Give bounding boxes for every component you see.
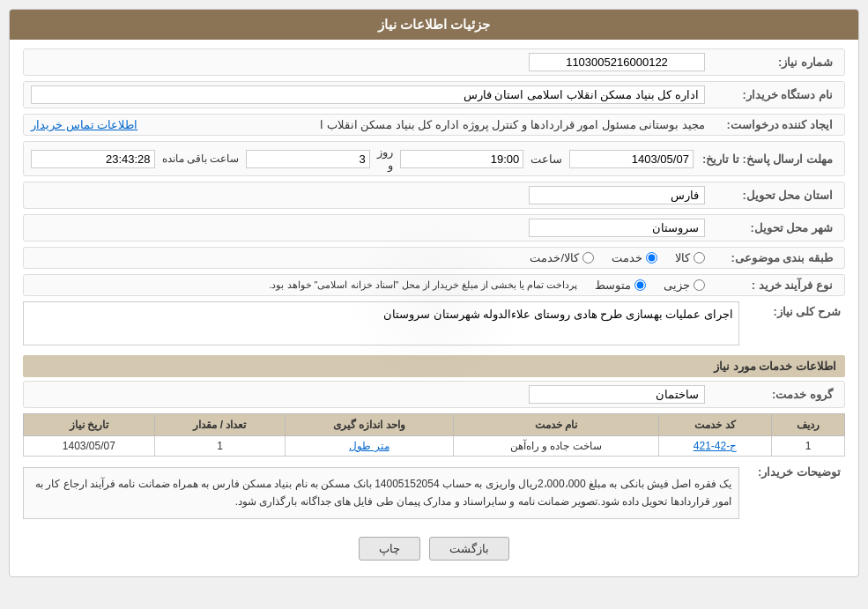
tawzihat-value: یک فقره اصل فیش بانکی به مبلغ 2،000،000ر… <box>23 462 739 524</box>
farayand-note: پرداخت تمام یا بخشی از مبلغ خریدار از مح… <box>269 279 577 291</box>
ijad-konande-label: ایجاد کننده درخواست: <box>714 118 837 131</box>
radio-jozee[interactable] <box>694 279 705 291</box>
ijad-konande-value: مجید بوستانی مسئول امور قراردادها و کنتر… <box>31 118 714 131</box>
nam-dastgah-value <box>31 85 714 104</box>
services-table: ردیف کد خدمت نام خدمت واحد اندازه گیری ت… <box>23 413 845 457</box>
cell-tedad: 1 <box>154 436 286 457</box>
radio-jozee-item: جزیی <box>664 279 705 292</box>
col-code: کد خدمت <box>659 414 772 436</box>
ijad-konande-text: مجید بوستانی مسئول امور قراردادها و کنتر… <box>145 118 705 131</box>
radio-kala-khedmat-item: کالا/خدمت <box>530 251 594 264</box>
print-button[interactable]: چاپ <box>359 537 420 561</box>
ostan-value <box>31 186 714 204</box>
sharh-label: شرح کلی نیاز: <box>739 301 845 318</box>
group-khedmat-label: گروه خدمت: <box>714 388 837 401</box>
tabaqeh-label: طبقه بندی موضوعی: <box>714 251 837 264</box>
tarikh-input[interactable] <box>569 150 694 168</box>
saat-label: ساعت <box>530 152 562 166</box>
shomara-niaz-value <box>31 53 714 71</box>
radio-motawaset[interactable] <box>634 279 646 291</box>
rooz-input[interactable] <box>246 150 370 168</box>
radio-khedmat-label: خدمت <box>612 251 642 264</box>
radio-kala[interactable] <box>694 252 705 264</box>
table-row: 1 ج-42-421 ساخت جاده و راه‌آهن متر طول 1… <box>24 436 845 457</box>
group-khedmat-value <box>31 385 714 404</box>
radio-khedmat-item: خدمت <box>612 251 657 264</box>
radio-khedmat[interactable] <box>646 252 657 264</box>
nooe-farayand-value: جزیی متوسط پرداخت تمام یا بخشی از مبلغ خ… <box>31 279 714 292</box>
col-tarikh: تاریخ نیاز <box>24 414 155 436</box>
sharh-value <box>23 301 739 348</box>
saat-bagi-input[interactable] <box>31 150 155 168</box>
col-radif: ردیف <box>772 414 845 436</box>
ostan-input[interactable] <box>529 186 705 204</box>
shomara-niaz-input[interactable] <box>529 53 705 71</box>
section2-title: اطلاعات خدمات مورد نیاز <box>23 355 845 377</box>
radio-kala-label: کالا <box>675 251 690 264</box>
cell-tarikh: 1403/05/07 <box>24 436 155 457</box>
cell-vahed[interactable]: متر طول <box>286 436 453 457</box>
ostan-label: استان محل تحویل: <box>714 189 837 202</box>
nooe-farayand-label: نوع فرآیند خرید : <box>714 279 837 292</box>
saat-input[interactable] <box>400 150 524 168</box>
saat-bagi-label: ساعت باقی مانده <box>162 152 240 165</box>
tabaqeh-value: کالا خدمت کالا/خدمت <box>31 251 714 264</box>
nam-dastgah-input[interactable] <box>31 85 705 104</box>
contact-link[interactable]: اطلاعات تماس خریدار <box>31 118 137 131</box>
radio-motawaset-label: متوسط <box>595 279 631 292</box>
cell-code[interactable]: ج-42-421 <box>659 436 772 457</box>
radio-motawaset-item: متوسط <box>595 279 646 292</box>
shahr-value <box>31 219 714 237</box>
tawzihat-label: توضیحات خریدار: <box>739 462 845 479</box>
page-title: جزئیات اطلاعات نیاز <box>10 10 858 40</box>
cell-radif: 1 <box>772 436 845 457</box>
radio-kala-khedmat[interactable] <box>582 252 594 264</box>
radio-jozee-label: جزیی <box>664 279 690 292</box>
shahr-label: شهر محل تحویل: <box>714 221 837 234</box>
rooz-label: روز و <box>377 145 393 172</box>
sharh-textarea[interactable] <box>23 301 739 345</box>
tawzihat-box: یک فقره اصل فیش بانکی به مبلغ 2،000،000ر… <box>23 467 739 519</box>
shahr-input[interactable] <box>529 219 705 237</box>
radio-kala-item: کالا <box>675 251 705 264</box>
col-tedad: تعداد / مقدار <box>154 414 286 436</box>
group-khedmat-input[interactable] <box>529 385 705 404</box>
back-button[interactable]: بازگشت <box>429 537 509 561</box>
buttons-row: بازگشت چاپ <box>23 537 845 561</box>
shomara-niaz-label: شماره نیاز: <box>714 56 837 69</box>
mohlat-ersal-label: مهلت ارسال پاسخ: تا تاریخ: <box>702 152 837 166</box>
col-name: نام خدمت <box>453 414 658 436</box>
radio-kala-khedmat-label: کالا/خدمت <box>530 251 579 264</box>
mohlat-ersal-value: ساعت روز و ساعت باقی مانده <box>31 145 702 172</box>
cell-name: ساخت جاده و راه‌آهن <box>453 436 658 457</box>
col-vahed: واحد اندازه گیری <box>286 414 453 436</box>
nam-dastgah-label: نام دستگاه خریدار: <box>714 88 837 101</box>
